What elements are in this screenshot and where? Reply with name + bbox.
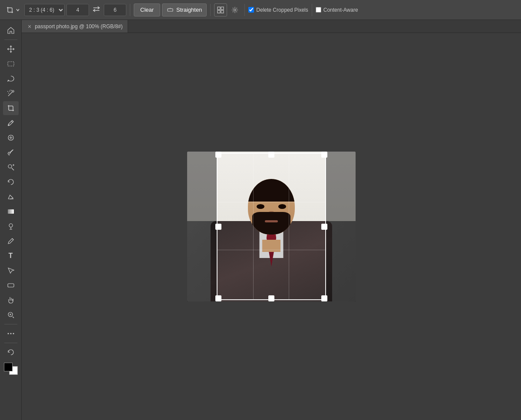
- svg-point-12: [9, 224, 13, 227]
- tool-separator-2: [4, 324, 17, 324]
- toolbar-divider-3: [244, 4, 245, 16]
- crop-settings-button[interactable]: [229, 3, 241, 17]
- gear-icon: [231, 7, 238, 13]
- canvas-content: [22, 33, 521, 420]
- gradient-icon: [7, 208, 15, 215]
- svg-rect-3: [218, 10, 220, 13]
- gradient-tool[interactable]: [3, 205, 19, 218]
- beard: [252, 212, 290, 235]
- home-icon: [7, 26, 15, 34]
- svg-rect-6: [8, 62, 14, 66]
- delete-cropped-pixels-label[interactable]: Delete Cropped Pixels: [248, 7, 308, 13]
- height-input[interactable]: [104, 4, 126, 16]
- crop-sidebar-icon: [7, 104, 15, 112]
- path-selection-icon: [7, 267, 15, 274]
- eraser-tool[interactable]: [3, 190, 19, 204]
- overlay-grid-button[interactable]: [214, 3, 227, 17]
- more-tools-icon: [7, 332, 15, 335]
- magic-wand-icon: [7, 89, 15, 97]
- clear-button[interactable]: Clear: [134, 3, 160, 17]
- canvas-area: × passport photo.jpg @ 100% (RGB/8#): [22, 20, 521, 420]
- lasso-tool[interactable]: [3, 72, 19, 86]
- pen-tool[interactable]: [3, 234, 19, 248]
- marquee-icon: [7, 60, 15, 68]
- zoom-tool[interactable]: [3, 308, 19, 322]
- toolbar-divider-2: [210, 4, 211, 16]
- healing-brush-tool[interactable]: [3, 131, 19, 145]
- hand-icon: [7, 296, 15, 304]
- svg-rect-13: [8, 284, 14, 287]
- dodge-burn-tool[interactable]: [3, 219, 19, 233]
- swap-icon: [92, 6, 100, 12]
- delete-cropped-pixels-checkbox[interactable]: [248, 7, 254, 13]
- width-input[interactable]: [66, 4, 89, 16]
- svg-rect-11: [8, 209, 14, 214]
- top-toolbar: 2 : 3 (4 : 6) Clear Straighten: [0, 0, 521, 20]
- svg-point-8: [8, 125, 9, 126]
- left-eye: [257, 204, 264, 209]
- hair: [248, 179, 295, 202]
- move-tool[interactable]: [3, 42, 19, 56]
- head: [248, 179, 295, 235]
- type-tool[interactable]: T: [3, 249, 19, 263]
- tool-separator-3: [4, 343, 17, 343]
- passport-photo: [187, 152, 356, 301]
- svg-rect-2: [221, 7, 224, 10]
- rotate-canvas-tool[interactable]: [3, 345, 19, 359]
- move-icon: [7, 45, 15, 53]
- content-aware-checkbox[interactable]: [316, 7, 321, 13]
- tool-separator-1: [4, 40, 17, 40]
- pen-icon: [7, 237, 15, 245]
- straighten-icon: [167, 7, 174, 13]
- crop-icon: [6, 6, 14, 14]
- eyedropper-tool[interactable]: [3, 116, 19, 130]
- tab-title: passport photo.jpg @ 100% (RGB/8#): [35, 23, 122, 30]
- more-tools[interactable]: [3, 327, 19, 341]
- grid-icon: [217, 7, 224, 13]
- brush-tool[interactable]: [3, 146, 19, 159]
- swap-dimensions-button[interactable]: [91, 5, 102, 15]
- eraser-icon: [7, 193, 15, 201]
- document-tab[interactable]: × passport photo.jpg @ 100% (RGB/8#): [22, 20, 128, 33]
- tab-close-button[interactable]: ×: [27, 23, 32, 30]
- svg-point-17: [13, 333, 14, 334]
- hand-tool[interactable]: [3, 293, 19, 307]
- aspect-ratio-select[interactable]: 2 : 3 (4 : 6): [24, 4, 65, 16]
- toolbar-divider-4: [312, 4, 312, 16]
- svg-rect-0: [168, 9, 173, 11]
- toolbar-divider-1: [130, 4, 130, 16]
- color-swatches[interactable]: [3, 362, 19, 376]
- shape-tool[interactable]: [3, 278, 19, 292]
- lasso-icon: [7, 75, 15, 83]
- type-icon: T: [9, 252, 13, 260]
- svg-point-5: [234, 9, 236, 11]
- person-figure: [215, 171, 328, 301]
- neck: [262, 240, 280, 252]
- svg-point-7: [12, 90, 14, 92]
- straighten-button[interactable]: Straighten: [162, 3, 207, 17]
- clone-stamp-icon: [7, 163, 15, 171]
- right-eye: [278, 204, 286, 209]
- mouth: [265, 220, 278, 222]
- history-brush-tool[interactable]: [3, 175, 19, 189]
- dropdown-arrow-icon: [16, 8, 20, 12]
- zoom-icon: [7, 311, 15, 319]
- svg-rect-1: [218, 7, 220, 10]
- path-selection-tool[interactable]: [3, 264, 19, 278]
- healing-brush-icon: [7, 134, 15, 142]
- photo-container[interactable]: [187, 152, 356, 301]
- magic-wand-tool[interactable]: [3, 86, 19, 100]
- content-aware-label[interactable]: Content-Aware: [316, 7, 358, 13]
- rotate-icon: [7, 348, 15, 356]
- home-tool[interactable]: [3, 23, 19, 37]
- svg-point-10: [8, 165, 12, 168]
- crop-tool[interactable]: [3, 101, 19, 115]
- dodge-burn-icon: [7, 222, 15, 230]
- history-brush-icon: [7, 178, 15, 186]
- foreground-color-swatch[interactable]: [4, 363, 13, 371]
- svg-rect-4: [221, 10, 224, 13]
- shape-icon: [7, 281, 15, 289]
- crop-tool-button[interactable]: [3, 4, 23, 16]
- clone-stamp-tool[interactable]: [3, 160, 19, 174]
- marquee-tool[interactable]: [3, 57, 19, 71]
